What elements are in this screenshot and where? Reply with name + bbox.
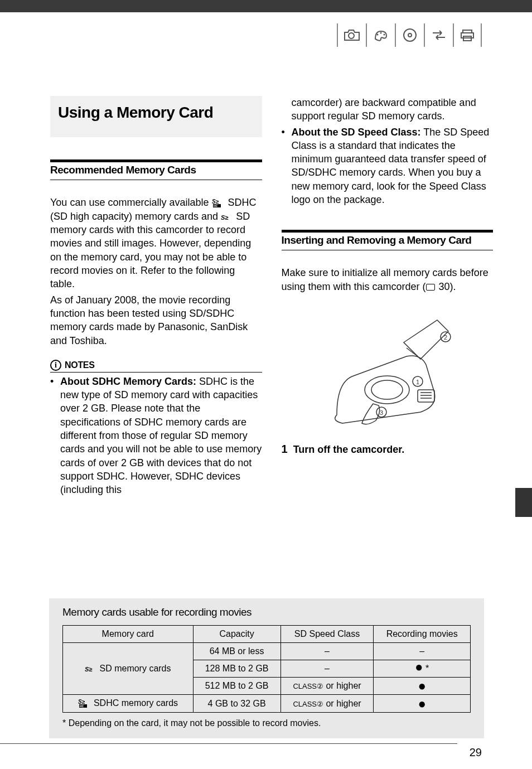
step-number: 1 [282, 443, 288, 455]
info-icon: i [50, 360, 61, 371]
note-lead: About SDHC Memory Cards: [60, 376, 196, 387]
cell-text: SD memory cards [97, 664, 171, 673]
step-text: Turn off the camcorder. [293, 444, 405, 455]
print-icon [453, 23, 482, 47]
class-icon: CLASS② [293, 682, 323, 690]
cell-text: or higher [323, 681, 361, 690]
cell-speed: CLASS② or higher [280, 678, 374, 695]
cell-speed: – [280, 643, 374, 660]
sd-icon: S≥ [221, 211, 233, 224]
main-heading: Using a Memory Card [58, 104, 254, 122]
side-tab [515, 488, 532, 517]
section-heading-recommended: Recommended Memory Cards [50, 159, 262, 180]
svg-text:S≥: S≥ [85, 666, 92, 673]
svg-point-0 [377, 34, 379, 36]
notes-list-cont: About the SD Speed Class: The SD Speed C… [282, 125, 494, 207]
th-capacity: Capacity [193, 626, 280, 643]
list-item: About SDHC Memory Cards: SDHC is the new… [50, 375, 262, 497]
class-icon: CLASS② [293, 700, 323, 708]
note-continuation: camcorder) are backward compatible and s… [282, 96, 494, 123]
th-recording: Recording movies [374, 626, 471, 643]
cell-rec: ● [374, 695, 471, 713]
svg-point-4 [408, 33, 412, 37]
svg-text:1: 1 [416, 379, 419, 385]
svg-point-1 [380, 32, 382, 34]
sdhc-icon: S≥HC [212, 197, 225, 210]
note-body: The SD Speed Class is a standard that in… [292, 127, 490, 205]
text-span: You can use commercially available [50, 197, 212, 208]
paragraph-1: You can use commercially available S≥HC … [50, 196, 262, 291]
svg-text:HC: HC [214, 204, 218, 207]
list-item: About the SD Speed Class: The SD Speed C… [282, 125, 494, 207]
notes-label: NOTES [65, 360, 95, 370]
paragraph-2: As of January 2008, the movie recording … [50, 293, 262, 347]
content-area: Using a Memory Card Recommended Memory C… [0, 12, 532, 499]
camcorder-illustration: 2 1 3 [309, 303, 465, 437]
compatibility-table: Memory card Capacity SD Speed Class Reco… [62, 625, 471, 713]
footer-line [0, 743, 457, 744]
svg-rect-11 [418, 390, 434, 402]
svg-text:S≥: S≥ [221, 214, 228, 221]
table-section: Memory cards usable for recording movies… [49, 598, 484, 738]
text-span: Make sure to initialize all memory cards… [282, 267, 489, 292]
book-icon [426, 284, 435, 291]
mode-icon-strip [337, 23, 482, 47]
th-speed: SD Speed Class [280, 626, 374, 643]
sdhc-icon: S≥HC [78, 698, 91, 709]
svg-text:HC: HC [80, 704, 84, 708]
right-column: camcorder) are backward compatible and s… [282, 96, 494, 499]
cell-card-sdhc: S≥HC SDHC memory cards [63, 695, 194, 713]
cell-capacity: 512 MB to 2 GB [193, 678, 280, 695]
sd-icon: S≥ [85, 664, 97, 674]
top-dark-bar [0, 0, 532, 12]
th-card: Memory card [63, 626, 194, 643]
page-ref: 30). [436, 281, 456, 292]
table-header-row: Memory card Capacity SD Speed Class Reco… [63, 626, 471, 643]
disc-icon [395, 23, 424, 47]
note-body: SDHC is the new type of SD memory card w… [60, 376, 262, 495]
table-footnote: * Depending on the card, it may not be p… [62, 718, 471, 728]
paint-icon [366, 23, 395, 47]
section-heading-inserting: Inserting and Removing a Memory Card [282, 230, 494, 250]
table-title: Memory cards usable for recording movies [62, 606, 471, 618]
svg-point-3 [404, 29, 416, 41]
step-1: 1 Turn off the camcorder. [282, 443, 494, 456]
cell-capacity: 64 MB or less [193, 643, 280, 660]
table-row: S≥HC SDHC memory cards 4 GB to 32 GB CLA… [63, 695, 471, 713]
cell-capacity: 128 MB to 2 GB [193, 660, 280, 678]
svg-point-10 [371, 380, 403, 399]
cell-capacity: 4 GB to 32 GB [193, 695, 280, 713]
main-heading-box: Using a Memory Card [50, 96, 262, 137]
note-lead: About the SD Speed Class: [292, 127, 421, 138]
svg-text:3: 3 [380, 409, 383, 416]
camera-icon [337, 23, 366, 47]
page-number: 29 [470, 746, 482, 759]
table-row: S≥ SD memory cards 64 MB or less – – [63, 643, 471, 660]
notes-list: About SDHC Memory Cards: SDHC is the new… [50, 375, 262, 497]
cell-text: or higher [323, 699, 361, 708]
cell-speed: – [280, 660, 374, 678]
cell-speed: CLASS② or higher [280, 695, 374, 713]
cell-text: SDHC memory cards [91, 698, 178, 708]
cell-rec: – [374, 643, 471, 660]
cell-rec: ● * [374, 660, 471, 678]
notes-heading: i NOTES [50, 360, 262, 373]
cell-rec: ● [374, 678, 471, 695]
cell-card-sd: S≥ SD memory cards [63, 643, 194, 695]
left-column: Using a Memory Card Recommended Memory C… [50, 96, 262, 499]
svg-text:2: 2 [444, 334, 447, 341]
transfer-icon [424, 23, 453, 47]
paragraph-initialize: Make sure to initialize all memory cards… [282, 266, 494, 293]
svg-point-2 [384, 34, 385, 36]
